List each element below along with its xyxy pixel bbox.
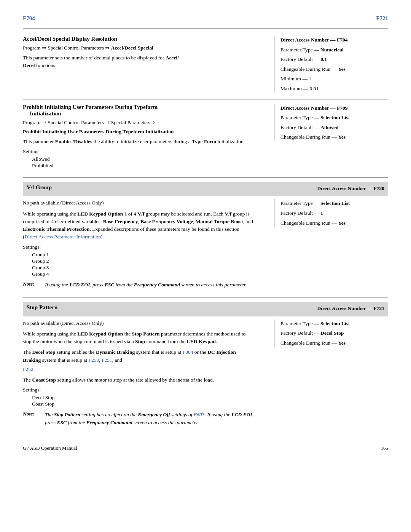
prohibit-settings-list: Allowed Prohibited — [23, 156, 255, 169]
footer-right: 165 — [381, 445, 389, 451]
header-left: F704 — [23, 15, 35, 22]
vf-note-label: Note: — [23, 281, 41, 289]
stop-type: Parameter Type — Selection List — [280, 320, 388, 328]
accel-run: Changeable During Run — Yes — [280, 65, 388, 73]
vf-group-title: V/f Group — [27, 184, 52, 194]
stop-note-text: The Stop Pattern setting has no effect o… — [45, 411, 255, 427]
vf-settings-list: Group 1 Group 2 Group 3 Group 4 — [23, 252, 255, 277]
accel-factory: Factory Default — 0.1 — [280, 55, 388, 64]
footer-left: G7 ASD Operation Manual — [23, 445, 77, 451]
f251-link[interactable]: F251 — [102, 357, 112, 363]
prohibit-settings-label: Settings: — [23, 149, 255, 155]
stop-desc2: The Decel Stop setting enables the Dynam… — [23, 348, 255, 364]
accel-decel-desc: This parameter sets the number of decima… — [23, 54, 255, 70]
vf-type: Parameter Type — Selection List — [280, 199, 388, 208]
prohibit-title: Prohibit Initializing User Parameters Du… — [23, 104, 255, 117]
section-vf: No path available (Direct Access Only) W… — [23, 199, 388, 292]
prohibit-path: Program ⇒ Special Control Parameters ⇒ S… — [23, 119, 255, 126]
vf-note: Note: If using the LCD EOI, press ESC fr… — [23, 281, 255, 289]
top-rule — [23, 29, 388, 29]
stop-pattern-title: Stop Pattern — [27, 304, 57, 314]
stop-settings-label: Settings: — [23, 387, 255, 393]
section-prohibit: Prohibit Initializing User Parameters Du… — [23, 104, 388, 173]
accel-type: Parameter Type — Numerical — [280, 46, 388, 54]
f304-link[interactable]: F304 — [183, 349, 193, 355]
vf-settings-label: Settings: — [23, 244, 255, 250]
stop-pattern-bar: Stop Pattern Direct Access Number — F721 — [23, 302, 388, 316]
section-left-prohibit: Prohibit Initializing User Parameters Du… — [23, 104, 270, 173]
accel-max: Maximum — 0.01 — [280, 85, 388, 93]
list-item: Decel Stop — [32, 395, 255, 401]
accel-min: Minimum — 1 — [280, 75, 388, 83]
accel-access: Direct Access Number — F704 — [280, 36, 388, 44]
vf-access-header: Direct Access Number — F720 — [317, 184, 384, 193]
vf-path: No path available (Direct Access Only) — [23, 199, 255, 207]
stop-desc1: While operating using the LED Keypad Opt… — [23, 330, 255, 346]
prohibit-desc: This parameter Enables/Disables the abil… — [23, 138, 255, 145]
page-footer: G7 ASD Operation Manual 165 — [23, 442, 388, 451]
section-right-prohibit: Direct Access Number — F709 Parameter Ty… — [270, 104, 388, 173]
list-item: Group 4 — [32, 271, 255, 277]
list-item: Group 3 — [32, 265, 255, 271]
stop-f252: F252. — [23, 366, 255, 373]
section-right-vf: Parameter Type — Selection List Factory … — [270, 199, 388, 292]
rule-2 — [23, 177, 388, 177]
section-accel-decel: Accel/Decel Special Display Resolution P… — [23, 36, 388, 94]
stop-settings-list: Decel Stop Coast Stop — [23, 395, 255, 407]
list-item: Prohibited — [32, 163, 255, 169]
rule-1 — [23, 99, 388, 99]
vf-note-text: If using the LCD EOI, press ESC from the… — [45, 281, 255, 289]
prohibit-path2: Prohibit Initializing User Parameters Du… — [23, 129, 255, 135]
stop-access-header: Direct Access Number — F721 — [317, 304, 384, 313]
section-right-stop: Parameter Type — Selection List Factory … — [270, 320, 388, 430]
stop-desc3: The Coast Stop setting allows the motor … — [23, 376, 255, 384]
vf-desc: While operating using the LED Keypad Opt… — [23, 210, 255, 241]
stop-note-label: Note: — [23, 411, 41, 427]
prohibit-factory: Factory Default — Allowed — [280, 123, 388, 132]
accel-decel-title: Accel/Decel Special Display Resolution — [23, 36, 255, 42]
prohibit-type: Parameter Type — Selection List — [280, 113, 388, 122]
vf-run: Changeable During Run — Yes — [280, 219, 388, 227]
prohibit-access: Direct Access Number — F709 — [280, 104, 388, 112]
path-bold: Accel/Decel Special — [111, 45, 153, 51]
header-right: F721 — [376, 15, 388, 22]
section-left-accel: Accel/Decel Special Display Resolution P… — [23, 36, 270, 94]
vf-group-bar: V/f Group Direct Access Number — F720 — [23, 182, 388, 197]
f603-link[interactable]: F603 — [194, 412, 205, 417]
f252-link[interactable]: F252 — [23, 366, 33, 372]
prohibit-run: Changeable During Run — Yes — [280, 133, 388, 141]
stop-path: No path available (Direct Access Only) — [23, 320, 255, 327]
path-prefix: Program ⇒ Special Control Parameters ⇒ — [23, 45, 111, 51]
right-col-stop: Parameter Type — Selection List Factory … — [274, 320, 388, 347]
list-item: Group 1 — [32, 252, 255, 258]
section-left-stop: No path available (Direct Access Only) W… — [23, 320, 270, 430]
section-right-accel: Direct Access Number — F704 Parameter Ty… — [270, 36, 388, 94]
rule-3 — [23, 297, 388, 297]
accel-decel-path: Program ⇒ Special Control Parameters ⇒ A… — [23, 45, 255, 51]
section-left-vf: No path available (Direct Access Only) W… — [23, 199, 270, 292]
stop-factory: Factory Default — Decel Stop — [280, 329, 388, 337]
stop-note: Note: The Stop Pattern setting has no ef… — [23, 411, 255, 427]
list-item: Coast Stop — [32, 401, 255, 407]
stop-run: Changeable During Run — Yes — [280, 339, 388, 347]
f250-link[interactable]: F250 — [89, 357, 99, 363]
section-stop: No path available (Direct Access Only) W… — [23, 320, 388, 430]
list-item: Allowed — [32, 156, 255, 162]
right-col-vf: Parameter Type — Selection List Factory … — [274, 199, 388, 227]
right-col-accel: Direct Access Number — F704 Parameter Ty… — [274, 36, 388, 93]
vf-link[interactable]: Direct Access Parameter Information — [25, 234, 101, 240]
page-header: F704 F721 — [23, 15, 388, 22]
list-item: Group 2 — [32, 258, 255, 264]
right-col-prohibit: Direct Access Number — F709 Parameter Ty… — [274, 104, 388, 141]
vf-factory: Factory Default — 1 — [280, 209, 388, 217]
